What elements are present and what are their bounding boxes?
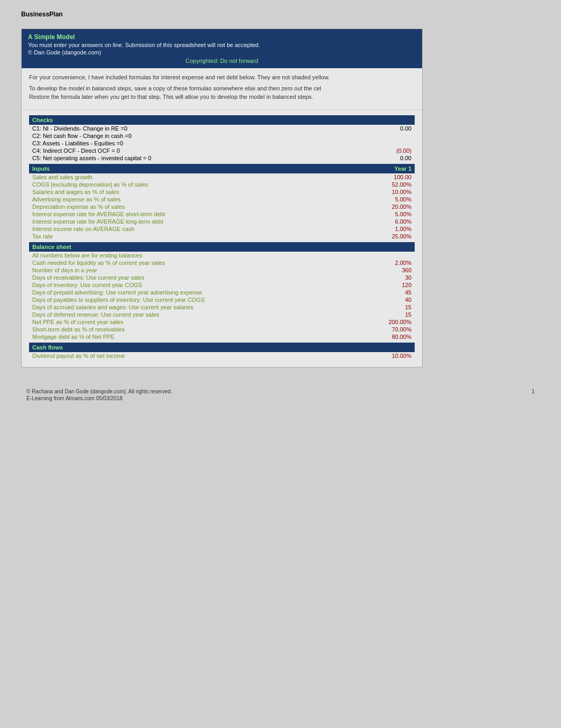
check-c4-value: (0.00) <box>375 148 412 154</box>
inputs-header: Inputs Year 1 <box>29 164 415 173</box>
input-value-1: 52.00% <box>375 181 412 188</box>
input-label-6: Interest expense rate for AVERAGE long-t… <box>32 218 375 225</box>
bs-value-8: 200.00% <box>375 319 412 325</box>
input-row-1: COGS [excluding depreciation] as % of sa… <box>29 181 415 188</box>
header-copyright-line: © Dan Gode (dangode.com) <box>28 49 416 56</box>
bs-row-0: Cash needed for liquidity as % of curren… <box>29 259 415 266</box>
input-row-6: Interest expense rate for AVERAGE long-t… <box>29 218 415 225</box>
input-label-2: Salaries and wages as % of sales <box>32 189 375 195</box>
input-row-7: Interest income rate on AVERAGE cash 1.0… <box>29 225 415 233</box>
info-para2: To develop the model in balanced steps, … <box>29 85 415 101</box>
bs-row-10: Mortgage debt as % of Net PPE 80.00% <box>29 333 415 340</box>
input-label-7: Interest income rate on AVERAGE cash <box>32 226 375 232</box>
bs-value-2: 30 <box>375 274 412 281</box>
inputs-label: Inputs <box>32 165 50 172</box>
input-value-7: 1.00% <box>375 226 412 232</box>
info-section: For your convenience, I have included fo… <box>22 68 422 110</box>
checks-header: Checks <box>29 115 415 125</box>
footer-left: © Rachana and Dan Gode (dangode.com). Al… <box>26 389 172 402</box>
do-not-forward: Copyrighted: Do not forward <box>28 58 416 64</box>
bs-row-7: Days of deferred revenue: Use current ye… <box>29 311 415 318</box>
cash-flows-header: Cash flows <box>29 343 415 352</box>
bs-label-3: Days of inventory: Use current year COGS <box>32 282 375 288</box>
bs-label-7: Days of deferred revenue: Use current ye… <box>32 311 375 318</box>
cf-row-0: Dividend payout as % of net income 10.00… <box>29 352 415 360</box>
bs-label-4: Days of prepaid advertising: Use current… <box>32 289 375 296</box>
input-value-0: 100.00 <box>375 174 412 180</box>
bs-row-4: Days of prepaid advertising: Use current… <box>29 289 415 296</box>
bs-row-2: Days of receivables: Use current year sa… <box>29 274 415 281</box>
input-label-3: Advertising expense as % of sales <box>32 196 375 202</box>
main-content: A Simple Model You must enter your answe… <box>21 29 423 367</box>
bs-label-9: Short-term debt as % of receivables <box>32 326 375 333</box>
input-value-8: 25.00% <box>375 233 412 239</box>
footer-page: 1 <box>531 389 535 402</box>
input-row-2: Salaries and wages as % of sales 10.00% <box>29 188 415 196</box>
balance-sheet-subheader-row: All numbers below are for ending balance… <box>29 252 415 259</box>
bs-label-2: Days of receivables: Use current year sa… <box>32 274 375 281</box>
check-c5-label: C5: Net operating assets - invested capi… <box>32 155 375 161</box>
footer-line2: E-Learning from Almaris.com 05/03/2018 <box>26 395 172 401</box>
bs-row-6: Days of accrued salaries and wages: Use … <box>29 303 415 311</box>
table-section: Checks C1: NI - Dividends- Change in RE … <box>22 115 422 367</box>
input-label-1: COGS [excluding depreciation] as % of sa… <box>32 181 375 188</box>
info-para2-text: To develop the model in balanced steps, … <box>29 85 321 91</box>
input-row-3: Advertising expense as % of sales 5.00% <box>29 196 415 203</box>
bs-row-3: Days of inventory: Use current year COGS… <box>29 281 415 289</box>
balance-sheet-header: Balance sheet <box>29 242 415 252</box>
header-section: A Simple Model You must enter your answe… <box>22 29 422 68</box>
cf-label-0: Dividend payout as % of net income <box>32 353 375 359</box>
bs-label-5: Days of payables to suppliers of invento… <box>32 297 375 303</box>
input-label-8: Tax rate <box>32 233 375 239</box>
page: BusinessPlan A Simple Model You must ent… <box>0 0 561 728</box>
check-c2-label: C2: Net cash flow - Change in cash =0 <box>32 133 375 139</box>
bs-value-1: 360 <box>375 267 412 273</box>
year-label: Year 1 <box>395 165 412 172</box>
bs-value-9: 70.00% <box>375 326 412 333</box>
check-row-c1: C1: NI - Dividends- Change in RE =0 0.00 <box>29 125 415 132</box>
check-c1-value: 0.00 <box>375 125 412 132</box>
bs-label-1: Number of days in a year <box>32 267 375 273</box>
bs-value-7: 15 <box>375 311 412 318</box>
header-subtitle1: You must enter your answers on line. Sub… <box>28 42 416 48</box>
bs-row-1: Number of days in a year 360 <box>29 266 415 274</box>
bs-row-5: Days of payables to suppliers of invento… <box>29 296 415 303</box>
bs-row-9: Short-term debt as % of receivables 70.0… <box>29 326 415 333</box>
bs-label-0: Cash needed for liquidity as % of curren… <box>32 260 375 266</box>
balance-sheet-sub-label: All numbers below are for ending balance… <box>32 252 375 259</box>
input-value-2: 10.00% <box>375 189 412 195</box>
footer-line1: © Rachana and Dan Gode (dangode.com). Al… <box>26 389 172 394</box>
bs-value-5: 40 <box>375 297 412 303</box>
check-c5-value: 0.00 <box>375 155 412 161</box>
check-row-c2: C2: Net cash flow - Change in cash =0 <box>29 132 415 140</box>
simple-model-title: A Simple Model <box>28 33 416 41</box>
check-c1-label: C1: NI - Dividends- Change in RE =0 <box>32 125 375 132</box>
input-value-3: 5.00% <box>375 196 412 202</box>
bs-label-8: Net PPE as % of current year sales <box>32 319 375 325</box>
input-value-5: 5.00% <box>375 211 412 217</box>
check-c3-label: C3: Assets - Liabilities - Equities =0 <box>32 140 375 146</box>
input-label-0: Sales and sales growth <box>32 174 375 180</box>
input-row-8: Tax rate 25.00% <box>29 233 415 240</box>
app-title: BusinessPlan <box>21 11 540 18</box>
info-para2b-text: Restore the formula later when you get t… <box>29 94 313 100</box>
footer: © Rachana and Dan Gode (dangode.com). Al… <box>21 389 540 402</box>
input-row-4: Depreciation expense as % of sales 20.00… <box>29 203 415 210</box>
input-value-6: 6.00% <box>375 218 412 225</box>
check-row-c4: C4: Indirect OCF - Direct OCF = 0 (0.00) <box>29 147 415 154</box>
bs-label-6: Days of accrued salaries and wages: Use … <box>32 304 375 310</box>
input-label-4: Depreciation expense as % of sales <box>32 204 375 210</box>
bs-value-0: 2.00% <box>375 260 412 266</box>
bs-value-3: 120 <box>375 282 412 288</box>
check-row-c5: C5: Net operating assets - invested capi… <box>29 154 415 162</box>
check-row-c3: C3: Assets - Liabilities - Equities =0 <box>29 140 415 147</box>
bs-value-4: 45 <box>375 289 412 296</box>
cf-value-0: 10.00% <box>375 353 412 359</box>
bs-row-8: Net PPE as % of current year sales 200.0… <box>29 318 415 326</box>
bs-value-10: 80.00% <box>375 334 412 340</box>
check-c4-label: C4: Indirect OCF - Direct OCF = 0 <box>32 148 375 154</box>
input-row-0: Sales and sales growth 100.00 <box>29 173 415 181</box>
info-para1: For your convenience, I have included fo… <box>29 73 415 81</box>
input-value-4: 20.00% <box>375 204 412 210</box>
bs-label-10: Mortgage debt as % of Net PPE <box>32 334 375 340</box>
